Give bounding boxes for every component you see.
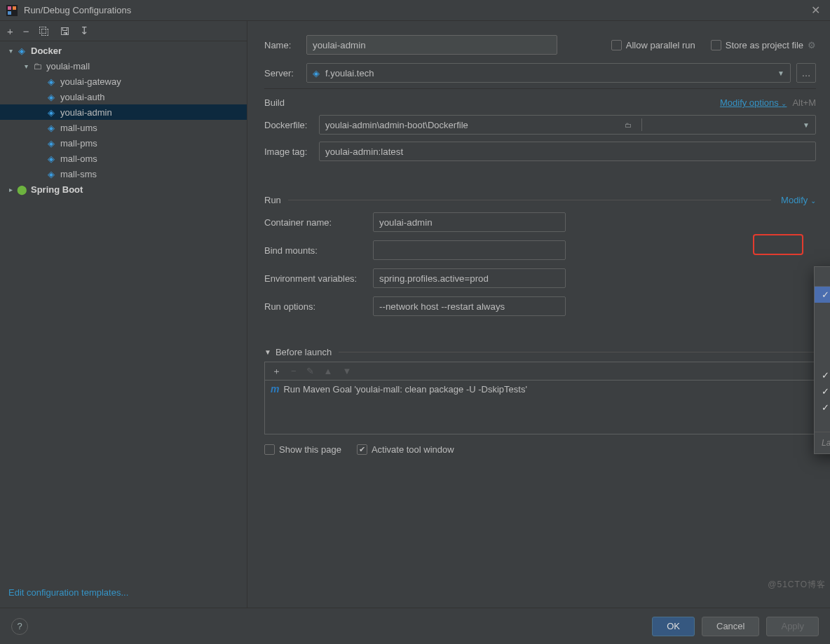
remove-icon[interactable]: − [23,25,29,37]
popup-item-bind-mounts[interactable]: ✓ Bind mounts -v [815,367,830,383]
check-icon: ✓ [822,386,830,397]
tree-node-item[interactable]: ◈ youlai-auth [0,89,247,104]
tree-label: youlai-admin [60,107,112,118]
cancel-button[interactable]: Cancel [702,617,759,636]
copy-icon[interactable]: ⿻ [39,25,50,37]
add-run-options-popup: Add Run Options ✓ Run built image Random… [814,266,830,454]
chevron-down-icon: ▼ [777,69,784,77]
server-select[interactable]: ◈ f.youlai.tech ▼ [306,63,791,83]
tree-node-item[interactable]: ◈ mall-ums [0,120,247,135]
dialog-footer: ? OK Cancel Apply [0,608,830,644]
image-tag-input[interactable] [319,142,816,161]
container-name-label: Container name: [264,217,373,228]
docker-icon: ◈ [45,107,57,118]
server-more-button[interactable]: … [796,63,816,83]
popup-item-bind-ports[interactable]: Bind ports -p [815,319,830,335]
gear-icon[interactable]: ⚙ [808,40,816,50]
before-launch-item-label: Run Maven Goal 'youlai-mall: clean packa… [283,384,526,395]
image-tag-label: Image tag: [264,146,319,157]
popup-item-random-publish[interactable]: Randomly publish all exposed ports -P [815,303,830,319]
folder-icon: 🗀 [31,61,43,71]
before-launch-header[interactable]: ▼ Before launch [264,347,816,357]
down-icon[interactable]: ▼ [342,366,351,376]
popup-item-attach[interactable]: Attach to container [815,416,830,432]
edit-icon[interactable]: ✎ [306,366,314,376]
show-this-page-checkbox[interactable] [264,444,275,455]
tree-label: mall-pms [60,138,97,149]
tree-node-item[interactable]: ◈ mall-pms [0,135,247,151]
popup-item-command[interactable]: Command [815,351,830,367]
sort-icon[interactable]: ↧ [80,25,89,37]
ok-button[interactable]: OK [652,617,695,636]
remove-icon[interactable]: − [291,366,297,376]
store-project-checkbox[interactable] [711,40,721,50]
docker-icon: ◈ [45,138,57,149]
run-modify-link[interactable]: Modify ⌄ [781,195,816,205]
allow-parallel-checkbox[interactable] [611,40,622,50]
before-launch-toolbar: ＋ − ✎ ▲ ▼ [264,362,816,380]
save-icon[interactable]: 🖫 [60,25,70,37]
chevron-down-icon[interactable]: ▼ [803,121,810,129]
docker-icon: ◈ [45,169,57,179]
svg-rect-3 [8,11,11,15]
run-section-title: Run [264,195,281,205]
browse-icon[interactable]: 🗀 [625,121,632,129]
popup-item-entrypoint[interactable]: Entrypoint [815,335,830,351]
check-icon: ✓ [822,370,830,381]
sidebar: + − ⿻ 🖫 ↧ ▾ ◈ Docker ▾ 🗀 youlai-mall ◈ y… [0,21,247,608]
dockerfile-label: Dockerfile: [264,120,319,130]
popup-title: Add Run Options [815,267,830,287]
tree-label: youlai-auth [60,92,105,102]
add-icon[interactable]: ＋ [272,365,281,378]
popup-item-run-built-image[interactable]: ✓ Run built image [815,287,830,303]
bind-mounts-label: Bind mounts: [264,245,373,256]
close-icon[interactable]: ✕ [807,4,824,17]
help-icon[interactable]: ? [11,618,28,635]
container-name-input[interactable] [373,212,566,232]
docker-icon: ◈ [313,68,320,78]
config-tree: ▾ ◈ Docker ▾ 🗀 youlai-mall ◈ youlai-gate… [0,41,247,580]
server-label: Server: [264,68,306,78]
name-label: Name: [264,40,306,50]
popup-footer: Launch container for the built image [815,432,830,453]
tree-label: Spring Boot [31,184,83,195]
env-input[interactable] [373,268,566,288]
docker-icon: ◈ [45,76,57,87]
activate-tool-window-checkbox[interactable]: ✔ [357,444,367,455]
before-launch-list[interactable]: m Run Maven Goal 'youlai-mall: clean pac… [264,380,816,434]
main-panel: Name: Allow parallel run Store as projec… [247,21,830,608]
tree-node-spring[interactable]: ▸ ⬤ Spring Boot [0,181,247,197]
activate-tool-window-label: Activate tool window [372,444,454,455]
tree-label: youlai-mall [46,61,90,71]
modify-options-link[interactable]: Modify options ⌄ [720,97,787,108]
dockerfile-input[interactable]: youlai-admin\admin-boot\Dockerfile 🗀 ▼ [319,115,816,135]
run-options-input[interactable] [373,296,566,316]
allow-parallel-label: Allow parallel run [626,40,695,50]
popup-item-run-options[interactable]: ✓ Run options [815,399,830,416]
tree-node-item-selected[interactable]: ◈ youlai-admin [0,104,247,120]
svg-rect-2 [13,6,16,10]
check-icon: ✓ [822,402,830,413]
tree-label: mall-sms [60,169,97,179]
tree-node-item[interactable]: ◈ mall-sms [0,166,247,181]
bind-mounts-input[interactable] [373,240,566,260]
tree-node-docker[interactable]: ▾ ◈ Docker [0,43,247,58]
run-options-label: Run options: [264,301,373,312]
tree-node-item[interactable]: ◈ youlai-gateway [0,74,247,89]
tree-label: Docker [31,46,62,56]
edit-templates-link[interactable]: Edit configuration templates... [0,580,247,608]
modify-options-hint: Alt+M [792,97,816,108]
popup-item-env-vars[interactable]: ✓ Environment variables -e [815,383,830,399]
sidebar-toolbar: + − ⿻ 🖫 ↧ [0,21,247,41]
before-launch-item[interactable]: m Run Maven Goal 'youlai-mall: clean pac… [271,383,810,395]
check-icon: ✓ [822,289,830,300]
name-input[interactable] [306,35,557,55]
tree-node-project[interactable]: ▾ 🗀 youlai-mall [0,58,247,74]
dockerfile-value: youlai-admin\admin-boot\Dockerfile [325,120,468,130]
docker-icon: ◈ [45,92,57,102]
apply-button[interactable]: Apply [766,617,819,636]
tree-node-item[interactable]: ◈ mall-oms [0,151,247,166]
up-icon[interactable]: ▲ [324,366,333,376]
add-icon[interactable]: + [7,25,13,37]
tree-label: mall-ums [60,123,97,133]
